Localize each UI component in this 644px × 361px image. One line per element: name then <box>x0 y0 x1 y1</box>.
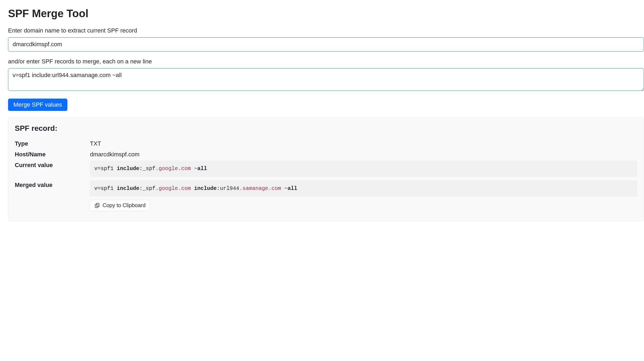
svg-rect-1 <box>95 204 98 208</box>
domain-input-label: Enter domain name to extract current SPF… <box>8 27 644 34</box>
page-title: SPF Merge Tool <box>8 8 644 20</box>
result-type-value: TXT <box>90 139 637 147</box>
copy-button-label: Copy to Clipboard <box>103 202 145 208</box>
clipboard-icon <box>94 203 100 208</box>
result-current-label: Current value <box>15 161 90 169</box>
merge-textarea-label: and/or enter SPF records to merge, each … <box>8 58 644 65</box>
result-heading: SPF record: <box>15 124 637 133</box>
result-type-label: Type <box>15 139 90 147</box>
domain-input[interactable] <box>8 37 644 52</box>
svg-rect-0 <box>96 203 99 207</box>
spf-merge-textarea[interactable] <box>8 68 644 91</box>
result-host-value: dmarcdkimspf.com <box>90 150 637 158</box>
current-value-code: v=spf1 include:_spf.google.com ~all <box>90 161 637 177</box>
copy-to-clipboard-button[interactable]: Copy to Clipboard <box>90 200 150 211</box>
result-panel: SPF record: Type TXT Host/Name dmarcdkim… <box>8 117 644 221</box>
merge-spf-button[interactable]: Merge SPF values <box>8 99 67 111</box>
result-merged-label: Merged value <box>15 180 90 189</box>
result-host-label: Host/Name <box>15 150 90 158</box>
merged-value-code: v=spf1 include:_spf.google.com include:u… <box>90 180 637 197</box>
